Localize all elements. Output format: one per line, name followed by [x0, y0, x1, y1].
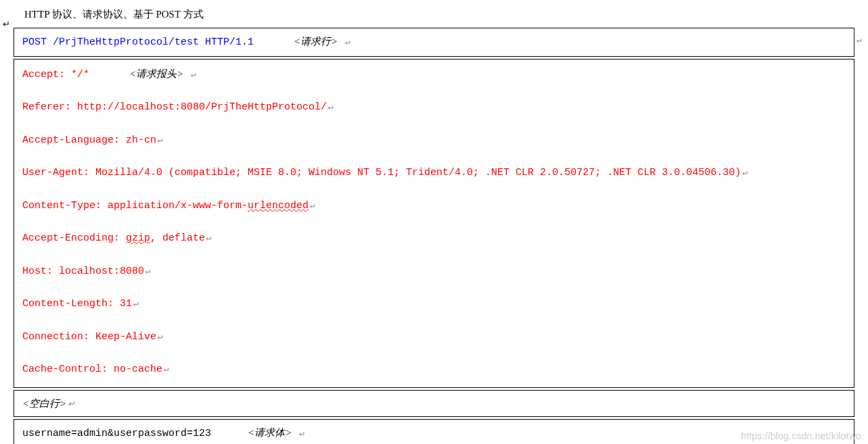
header-accept: Accept: */* <请求报头> ↵ — [22, 66, 846, 83]
header-content-length: Content-Length: 31↵ — [22, 297, 846, 312]
body-annotation: <请求体> — [248, 427, 292, 438]
header-text: Accept: */* — [22, 69, 89, 80]
return-symbol: ↵ — [299, 428, 304, 439]
header-text: Host: localhost:8080 — [22, 266, 144, 277]
header-text: Connection: Keep-Alive — [22, 331, 156, 343]
header-referer: Referer: http://localhost:8080/PrjTheHtt… — [22, 100, 846, 116]
return-symbol: ↵ — [68, 399, 75, 409]
request-line-annotation: <请求行> — [294, 36, 338, 47]
return-symbol: ↵ — [158, 332, 163, 342]
header-host: Host: localhost:8080↵ — [22, 264, 846, 280]
return-symbol: ↵ — [145, 266, 151, 276]
header-cache-control: Cache-Control: no-cache↵ — [22, 362, 846, 378]
header-text-wavy: gzip — [126, 232, 150, 244]
header-accept-encoding: Accept-Encoding: gzip, deflate↵ — [22, 231, 846, 247]
return-symbol: ↵ — [742, 168, 748, 178]
request-line-box: POST /PrjTheHttpProtocol/test HTTP/1.1 <… — [14, 28, 854, 57]
return-symbol: ↵ — [206, 233, 212, 243]
header-text: Referer: http://localhost:8080/PrjTheHtt… — [22, 101, 327, 113]
header-annotation: <请求报头> — [129, 68, 183, 79]
header-text: Cache-Control: no-cache — [22, 364, 162, 375]
watermark: https://blog.csdn.net/kilotwo — [741, 430, 861, 441]
outer-return-symbol: ↵ — [856, 34, 862, 47]
return-symbol: ↵ — [328, 102, 334, 112]
header-text-prefix: Content-Type: application/x-www-form- — [22, 200, 248, 212]
header-content-type: Content-Type: application/x-www-form-url… — [22, 199, 846, 214]
return-symbol: ↵ — [133, 299, 139, 309]
return-symbol: ↵ — [191, 70, 196, 80]
header-accept-language: Accept-Language: zh-cn↵ — [22, 133, 846, 149]
return-symbol: ↵ — [164, 364, 169, 374]
return-symbol: ↵ — [158, 135, 163, 145]
header-connection: Connection: Keep-Alive↵ — [22, 330, 846, 345]
header-text-prefix: Accept-Encoding: — [22, 232, 126, 244]
blank-line-box: <空白行>↵ — [14, 390, 854, 418]
header-text-suffix: , deflate — [150, 232, 205, 244]
request-body-box: username=admin&userpassword=123 <请求体> ↵ — [14, 419, 854, 444]
header-user-agent: User-Agent: Mozilla/4.0 (compatible; MSI… — [22, 166, 846, 181]
cursor-indicator: ↵ — [3, 19, 10, 30]
request-headers-box: Accept: */* <请求报头> ↵ Referer: http://loc… — [14, 59, 854, 388]
page-title: HTTP 协议、请求协议、基于 POST 方式 — [24, 8, 860, 21]
return-symbol: ↵ — [310, 201, 315, 211]
request-line-text: POST /PrjTheHttpProtocol/test HTTP/1.1 — [22, 36, 254, 48]
header-text: Content-Length: 31 — [22, 298, 132, 310]
body-text: username=admin&userpassword=123 — [22, 428, 211, 439]
blank-annotation: <空白行> — [22, 398, 66, 409]
return-symbol: ↵ — [345, 37, 350, 47]
header-text: Accept-Language: zh-cn — [22, 134, 156, 146]
header-text-wavy: urlencoded — [248, 200, 309, 212]
header-text: User-Agent: Mozilla/4.0 (compatible; MSI… — [22, 167, 741, 178]
